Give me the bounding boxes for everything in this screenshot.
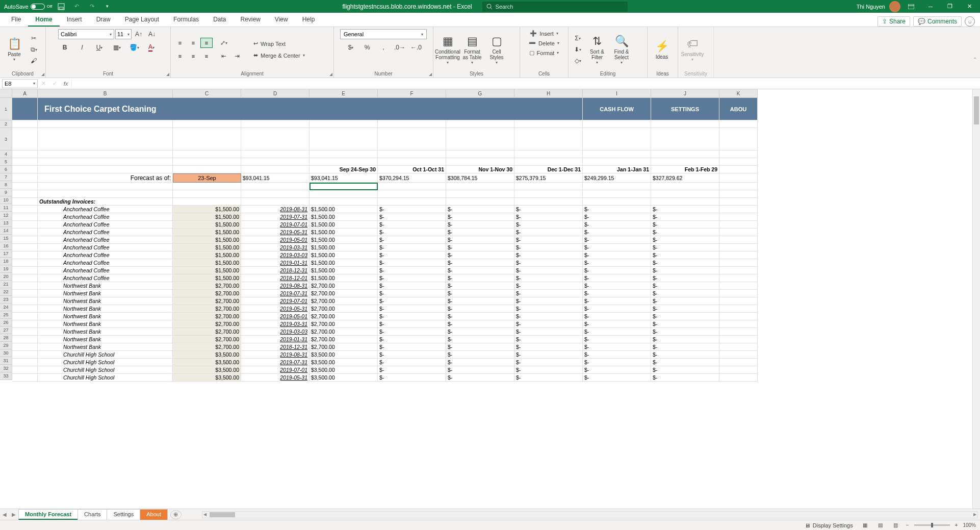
- cell[interactable]: [719, 213, 758, 221]
- invoice-date[interactable]: 2019-08-31: [241, 206, 310, 213]
- cell[interactable]: [719, 336, 758, 343]
- cell[interactable]: [310, 158, 378, 166]
- invoice-period-value[interactable]: $-: [446, 282, 514, 290]
- invoice-period-value[interactable]: $1,500.00: [310, 229, 378, 236]
- ideas-button[interactable]: ⚡Ideas: [651, 33, 673, 66]
- invoice-period-value[interactable]: $1,500.00: [310, 221, 378, 229]
- cell[interactable]: [719, 150, 758, 158]
- cell[interactable]: [38, 150, 173, 158]
- cell[interactable]: [719, 183, 758, 190]
- invoice-period-value[interactable]: $-: [514, 359, 583, 366]
- invoice-date[interactable]: 2019-07-01: [241, 297, 310, 305]
- invoice-period-value[interactable]: $-: [446, 267, 514, 274]
- invoice-period-value[interactable]: $-: [651, 359, 719, 366]
- invoice-name[interactable]: Anchorhead Coffee: [38, 259, 173, 267]
- invoice-period-value[interactable]: $-: [583, 366, 651, 374]
- forecast-label[interactable]: Forecast as of:: [38, 173, 173, 183]
- invoice-period-value[interactable]: $-: [514, 343, 583, 351]
- cell[interactable]: [719, 190, 758, 198]
- invoice-period-value[interactable]: $-: [583, 236, 651, 244]
- cell[interactable]: [446, 120, 514, 128]
- invoice-period-value[interactable]: $-: [446, 313, 514, 320]
- cell[interactable]: [12, 173, 38, 183]
- invoice-period-value[interactable]: $-: [583, 305, 651, 313]
- invoice-period-value[interactable]: $-: [514, 328, 583, 336]
- invoice-date[interactable]: 2019-03-03: [241, 251, 310, 259]
- invoice-period-value[interactable]: $-: [446, 206, 514, 213]
- invoice-period-value[interactable]: $-: [446, 366, 514, 374]
- wrap-text-button[interactable]: ↩Wrap Text: [251, 39, 307, 48]
- zoom-out-icon[interactable]: −: [906, 522, 909, 528]
- invoice-period-value[interactable]: $-: [514, 313, 583, 320]
- forecast-date[interactable]: 23-Sep: [173, 173, 241, 183]
- invoice-period-value[interactable]: $2,700.00: [310, 290, 378, 297]
- cell[interactable]: [12, 328, 38, 336]
- period-header[interactable]: Sep 24-Sep 30: [310, 166, 378, 173]
- row-header[interactable]: 25: [0, 311, 12, 319]
- invoice-period-value[interactable]: $-: [446, 374, 514, 382]
- invoice-period-value[interactable]: $-: [446, 290, 514, 297]
- invoice-name[interactable]: Northwest Bank: [38, 336, 173, 343]
- align-right-icon[interactable]: ≡: [200, 51, 213, 61]
- period-header[interactable]: Feb 1-Feb 29: [651, 166, 719, 173]
- invoice-name[interactable]: Anchorhead Coffee: [38, 267, 173, 274]
- invoice-period-value[interactable]: $-: [378, 229, 446, 236]
- invoice-amount[interactable]: $1,500.00: [173, 274, 241, 282]
- outstanding-invoices-label[interactable]: Outstanding Invoices:: [38, 198, 173, 206]
- cell[interactable]: [583, 190, 651, 198]
- invoice-period-value[interactable]: $-: [651, 221, 719, 229]
- cell[interactable]: [378, 150, 446, 158]
- number-format-select[interactable]: General▾: [340, 29, 427, 39]
- clear-icon[interactable]: ◇ ▾: [572, 56, 584, 66]
- row-header[interactable]: 28: [0, 334, 12, 342]
- period-header[interactable]: Oct 1-Oct 31: [378, 166, 446, 173]
- font-size-select[interactable]: 11▾: [115, 29, 132, 39]
- cell[interactable]: [719, 128, 758, 150]
- accounting-format-icon[interactable]: $ ▾: [345, 42, 357, 53]
- row-header[interactable]: 32: [0, 365, 12, 372]
- paste-button[interactable]: 📋 Paste▾: [3, 33, 25, 66]
- invoice-period-value[interactable]: $-: [514, 336, 583, 343]
- invoice-name[interactable]: Northwest Bank: [38, 313, 173, 320]
- invoice-period-value[interactable]: $-: [514, 305, 583, 313]
- tab-view[interactable]: View: [268, 13, 295, 27]
- cell[interactable]: [173, 158, 241, 166]
- invoice-name[interactable]: Northwest Bank: [38, 328, 173, 336]
- invoice-period-value[interactable]: $1,500.00: [310, 236, 378, 244]
- cell[interactable]: [310, 150, 378, 158]
- sheet-tab-about[interactable]: About: [140, 509, 168, 520]
- cell[interactable]: [719, 282, 758, 290]
- align-center-icon[interactable]: ≡: [187, 51, 199, 61]
- forecast-value[interactable]: $249,299.15: [583, 173, 651, 183]
- invoice-date[interactable]: 2019-03-31: [241, 320, 310, 328]
- cell[interactable]: [12, 351, 38, 359]
- cell[interactable]: [514, 190, 583, 198]
- cell[interactable]: [719, 236, 758, 244]
- invoice-amount[interactable]: $2,700.00: [173, 336, 241, 343]
- row-header[interactable]: 23: [0, 296, 12, 304]
- cell[interactable]: [12, 244, 38, 251]
- cell[interactable]: [12, 183, 38, 190]
- cell[interactable]: [12, 251, 38, 259]
- cell[interactable]: [583, 198, 651, 206]
- cancel-formula-icon[interactable]: ✕: [38, 80, 49, 87]
- invoice-period-value[interactable]: $-: [378, 213, 446, 221]
- invoice-period-value[interactable]: $-: [514, 351, 583, 359]
- cell[interactable]: [719, 328, 758, 336]
- border-button[interactable]: ▦ ▾: [111, 42, 123, 53]
- search-input[interactable]: Search: [482, 2, 628, 12]
- forecast-value[interactable]: $308,784.15: [446, 173, 514, 183]
- invoice-period-value[interactable]: $-: [378, 206, 446, 213]
- invoice-period-value[interactable]: $-: [583, 320, 651, 328]
- cell[interactable]: [241, 183, 310, 190]
- percent-format-icon[interactable]: %: [361, 42, 373, 53]
- dialog-launcher-icon[interactable]: ◢: [166, 72, 169, 77]
- cell[interactable]: [12, 297, 38, 305]
- cell[interactable]: [310, 120, 378, 128]
- font-name-select[interactable]: Calibri▾: [58, 29, 114, 39]
- invoice-period-value[interactable]: $3,500.00: [310, 366, 378, 374]
- settings-button[interactable]: SETTINGS: [651, 98, 719, 120]
- invoice-amount[interactable]: $2,700.00: [173, 305, 241, 313]
- invoice-name[interactable]: Churchill High School: [38, 359, 173, 366]
- invoice-name[interactable]: Churchill High School: [38, 366, 173, 374]
